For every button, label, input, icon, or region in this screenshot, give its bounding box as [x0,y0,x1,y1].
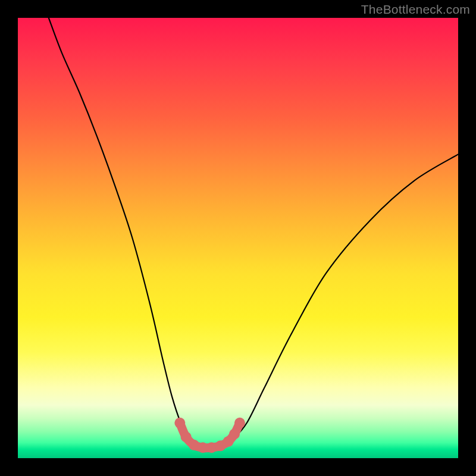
bottom-markers [174,418,245,453]
marker-dot [229,428,240,439]
chart-svg [18,18,458,458]
marker-dot [174,418,185,428]
marker-dot [234,418,245,428]
chart-frame: TheBottleneck.com [0,0,476,476]
marker-dot [206,442,217,453]
marker-dot [181,431,192,442]
chart-plot-area [18,18,458,458]
watermark-text: TheBottleneck.com [361,2,470,17]
bottleneck-curve [49,18,458,449]
